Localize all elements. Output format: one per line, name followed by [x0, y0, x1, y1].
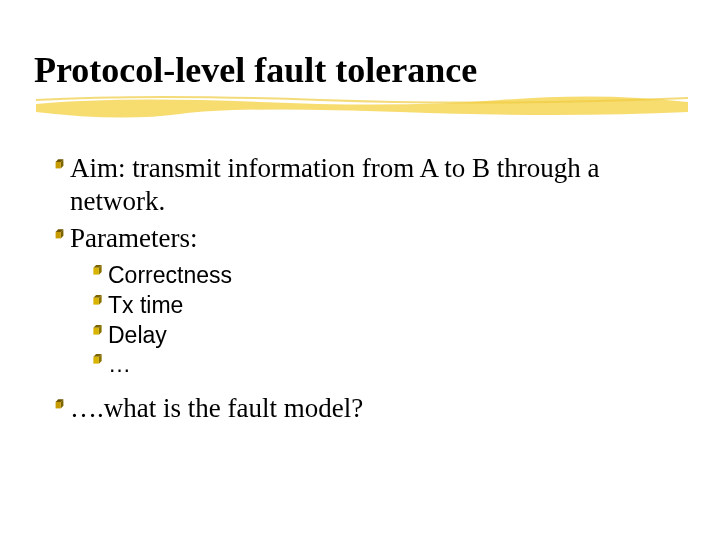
sub-bullet-text: … [108, 350, 131, 380]
svg-rect-8 [93, 268, 99, 275]
bullet-level2: Correctness [86, 261, 668, 291]
slide-body: Aim: transmit information from A to B th… [48, 152, 668, 429]
bullet-text: Aim: transmit information from A to B th… [70, 152, 668, 218]
bullet-level1: Aim: transmit information from A to B th… [48, 152, 668, 218]
sub-bullet-text: Tx time [108, 291, 183, 321]
square-bullet-icon [86, 350, 108, 365]
title-underline [0, 90, 720, 114]
svg-rect-11 [93, 297, 99, 304]
title-block: Protocol-level fault tolerance [34, 52, 477, 90]
cube-bullet-icon [48, 392, 70, 411]
square-bullet-icon [86, 291, 108, 306]
bullet-level2: Tx time [86, 291, 668, 321]
svg-rect-17 [93, 357, 99, 364]
svg-rect-14 [93, 327, 99, 334]
bullet-level1: ….what is the fault model? [48, 392, 668, 425]
square-bullet-icon [86, 261, 108, 276]
svg-rect-20 [55, 402, 60, 409]
svg-rect-2 [55, 162, 60, 169]
bullet-level1: Parameters: [48, 222, 668, 255]
slide: Protocol-level fault tolerance Aim: tran… [0, 0, 720, 540]
slide-title: Protocol-level fault tolerance [34, 52, 477, 90]
sub-bullet-group: Correctness Tx time [86, 261, 668, 381]
cube-bullet-icon [48, 152, 70, 171]
svg-rect-5 [55, 232, 60, 239]
bullet-level2: Delay [86, 321, 668, 351]
square-bullet-icon [86, 321, 108, 336]
sub-bullet-text: Correctness [108, 261, 232, 291]
bullet-level2: … [86, 350, 668, 380]
bullet-text: Parameters: [70, 222, 197, 255]
cube-bullet-icon [48, 222, 70, 241]
bullet-text: ….what is the fault model? [70, 392, 363, 425]
sub-bullet-text: Delay [108, 321, 167, 351]
